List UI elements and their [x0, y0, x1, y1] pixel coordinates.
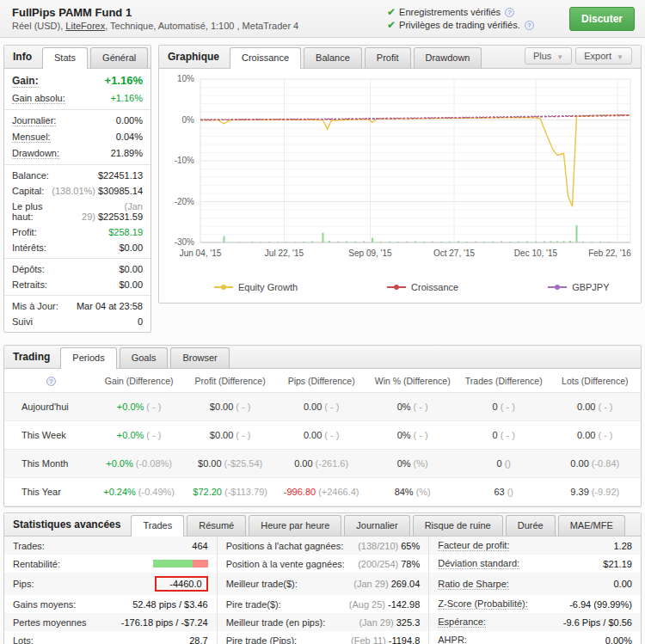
cell-diff-value: ( - ) — [598, 402, 612, 412]
info-label: Balance: — [12, 170, 49, 181]
volume-bar — [501, 242, 502, 242]
info-label: Suivi — [12, 316, 33, 327]
info-row: Drawdown:21.89% — [4, 145, 150, 162]
stat-value: 1.28 — [614, 541, 632, 551]
help-icon[interactable]: ? — [505, 8, 514, 17]
period-cell: +0.0%( - ) — [94, 430, 185, 440]
volume-bar — [483, 242, 485, 242]
volume-bar — [322, 233, 324, 242]
stats-row: Gains moyens:52.48 pips / $3.46Pire trad… — [4, 595, 641, 613]
stat-cell: Lots:28.7 — [4, 631, 217, 644]
export-dropdown[interactable]: Export▼ — [575, 47, 632, 64]
trading-tabs: PeriodsGoalsBrowser — [60, 347, 231, 368]
growth-chart[interactable]: 10%0%-10%-20%-30%Jun 04, '15Jul 22, '15S… — [161, 72, 639, 275]
tab-risque-de-ruine[interactable]: Risque de ruine — [413, 515, 503, 536]
discuss-button[interactable]: Discuter — [569, 7, 635, 31]
volume-bar — [576, 225, 578, 242]
period-cell: 0.00( - ) — [276, 430, 367, 440]
stat-value: (Jan 29)269.04 — [353, 579, 420, 589]
stat-cell: Gains moyens:52.48 pips / $3.46 — [4, 595, 217, 613]
info-group: Journalier:0.00%Mensuel:0.04%Drawdown:21… — [4, 109, 150, 164]
info-label[interactable]: Gain: — [12, 75, 39, 88]
info-row: Suivi0 — [4, 314, 150, 329]
y-axis-tick: -10% — [175, 156, 194, 165]
tab-trades[interactable]: Trades — [131, 515, 184, 537]
info-label[interactable]: Journalier: — [12, 115, 56, 126]
chart-body: 10%0%-10%-20%-30%Jun 04, '15Jul 22, '15S… — [159, 69, 641, 303]
tab-journalier[interactable]: Journalier — [344, 515, 409, 536]
cell-main-value: $0.00 — [210, 402, 234, 412]
tab-mae-mfe[interactable]: MAE/MFE — [558, 515, 625, 536]
cell-diff-value: ( - ) — [146, 402, 161, 412]
periods-table-header: ?Gain (Difference)Profit (Difference)Pip… — [4, 369, 641, 393]
tab-r-sum-[interactable]: Résumé — [187, 515, 246, 536]
stat-label[interactable]: Espérance: — [438, 616, 486, 628]
cell-main-value: 84% — [395, 487, 414, 497]
info-row: Profit:$258.19 — [4, 224, 150, 240]
stat-label[interactable]: Facteur de profit: — [438, 540, 509, 551]
info-value: 0 — [138, 316, 143, 327]
stat-label[interactable]: Déviation standard: — [438, 558, 519, 569]
cell-main-value: 0 — [493, 430, 498, 440]
info-label: Dépôts: — [12, 264, 45, 274]
cell-main-value: 9.39 — [570, 487, 588, 497]
checkmark-icon: ✔ — [387, 6, 396, 19]
broker-link[interactable]: LiteForex — [65, 21, 105, 31]
tab-browser[interactable]: Browser — [170, 347, 229, 368]
tab-profit[interactable]: Profit — [365, 47, 411, 68]
info-value: $0.00 — [119, 264, 143, 274]
stat-cell: Espérance:-9.6 Pips / $0.56 — [428, 613, 641, 631]
stat-cell: Déviation standard:$21.19 — [428, 555, 641, 573]
legend-label: GBPJPY — [572, 282, 609, 292]
y-axis-tick: -30% — [175, 237, 194, 247]
info-label[interactable]: Drawdown: — [12, 148, 59, 159]
cell-diff-value: (%) — [414, 458, 428, 469]
x-axis-tick: Dec 10, '15 — [514, 248, 558, 258]
info-row: Capital:(138.01%)$30985.14 — [4, 183, 150, 199]
period-label: This Month — [4, 458, 94, 469]
cell-main-value: 0% — [397, 430, 411, 440]
table-row: This Month+0.0%(-0.08%)$0.00(-$25.54)0.0… — [4, 450, 641, 478]
info-group: Mis à Jour:Mar 04 at 23:58Suivi0 — [4, 295, 150, 332]
help-icon[interactable]: ? — [46, 377, 56, 386]
periods-help-cell: ? — [4, 375, 94, 386]
stat-label[interactable]: Z-Score (Probabilité): — [438, 598, 528, 610]
info-label: Retraits: — [12, 279, 47, 290]
cell-diff-value: ( - ) — [414, 430, 428, 440]
info-label: Profit: — [12, 227, 37, 237]
stat-label[interactable]: Ratio de Sharpe: — [438, 579, 509, 590]
stat-label[interactable]: AHPR: — [438, 635, 467, 644]
info-value-prefix: (Jan 29) — [82, 201, 143, 222]
help-icon[interactable]: ? — [525, 21, 534, 30]
tab-dur-e[interactable]: Durée — [506, 515, 556, 536]
tab-goals[interactable]: Goals — [120, 347, 169, 368]
info-label[interactable]: Mensuel: — [12, 132, 51, 143]
plus-dropdown[interactable]: Plus▼ — [525, 47, 572, 64]
x-axis-tick: Sep 09, '15 — [348, 248, 392, 258]
info-row: Dépôts:$0.00 — [4, 261, 150, 277]
volume-bar — [449, 242, 451, 242]
stats-row: Pips:-4460.0Meilleur trade($):(Jan 29)26… — [4, 573, 641, 595]
tab-croissance[interactable]: Croissance — [230, 47, 301, 69]
volume-bar — [380, 242, 382, 242]
tab-drawdown[interactable]: Drawdown — [414, 47, 482, 68]
trading-panel: Trading PeriodsGoalsBrowser ?Gain (Diffe… — [3, 345, 642, 507]
tab-heure-par-heure[interactable]: Heure par heure — [249, 515, 341, 536]
info-value: 21.89% — [111, 148, 143, 158]
cell-diff-value: ( - ) — [236, 430, 250, 440]
tab-balance[interactable]: Balance — [304, 47, 362, 68]
volume-bar — [492, 242, 494, 242]
period-cell: $0.00( - ) — [185, 402, 276, 412]
tab-g-n-ral[interactable]: Général — [90, 47, 148, 68]
volume-bar — [354, 242, 356, 242]
tab-periods[interactable]: Periods — [60, 347, 116, 369]
chevron-down-icon: ▼ — [617, 53, 624, 61]
period-cell: 0( - ) — [458, 430, 550, 440]
info-label[interactable]: Gain absolu: — [12, 93, 65, 104]
volume-bar — [238, 242, 240, 242]
legend-marker-dot — [394, 285, 399, 290]
stat-value-prefix: (200/254) — [358, 559, 398, 569]
period-label: This Year — [4, 487, 94, 497]
volume-bar — [599, 242, 601, 242]
tab-stats[interactable]: Stats — [42, 47, 88, 69]
